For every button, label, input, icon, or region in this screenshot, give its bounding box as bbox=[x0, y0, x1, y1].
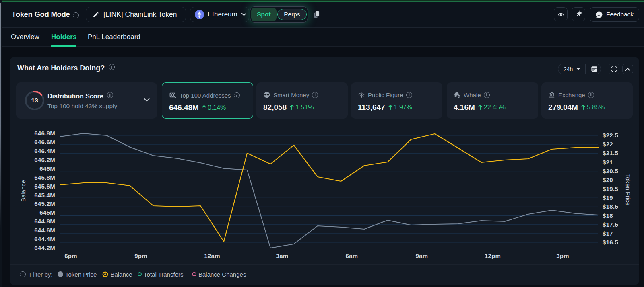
svg-text:$17: $17 bbox=[603, 230, 613, 237]
svg-text:Balance: Balance bbox=[20, 180, 27, 202]
svg-text:646M: 646M bbox=[39, 165, 55, 172]
svg-text:$19.5: $19.5 bbox=[603, 185, 618, 192]
svg-text:6am: 6am bbox=[346, 252, 358, 259]
svg-text:3pm: 3pm bbox=[556, 252, 569, 259]
svg-text:$20: $20 bbox=[603, 176, 613, 183]
svg-text:Token Price: Token Price bbox=[625, 174, 632, 205]
svg-text:9am: 9am bbox=[416, 252, 428, 259]
svg-text:$16.5: $16.5 bbox=[603, 239, 618, 246]
svg-text:644.2M: 644.2M bbox=[34, 244, 55, 251]
svg-text:3am: 3am bbox=[276, 252, 289, 259]
svg-text:645.8M: 645.8M bbox=[34, 174, 55, 181]
svg-text:$18.5: $18.5 bbox=[603, 203, 618, 210]
svg-text:12pm: 12pm bbox=[485, 252, 501, 259]
svg-text:645.6M: 645.6M bbox=[34, 183, 55, 190]
svg-text:12am: 12am bbox=[204, 252, 220, 259]
svg-text:644.4M: 644.4M bbox=[34, 236, 55, 242]
svg-text:645M: 645M bbox=[39, 209, 55, 216]
svg-text:646.4M: 646.4M bbox=[34, 148, 55, 154]
svg-text:$22: $22 bbox=[603, 141, 613, 148]
svg-text:645.2M: 645.2M bbox=[34, 200, 55, 207]
svg-text:644.8M: 644.8M bbox=[34, 218, 55, 225]
svg-text:9pm: 9pm bbox=[134, 252, 147, 259]
svg-text:6pm: 6pm bbox=[64, 252, 77, 259]
svg-text:$21: $21 bbox=[603, 159, 613, 166]
svg-text:646.8M: 646.8M bbox=[34, 130, 55, 137]
svg-text:644.6M: 644.6M bbox=[34, 227, 55, 234]
svg-text:$18: $18 bbox=[603, 212, 613, 219]
svg-text:646.2M: 646.2M bbox=[34, 156, 55, 163]
svg-text:645.4M: 645.4M bbox=[34, 192, 55, 199]
svg-text:$17.5: $17.5 bbox=[603, 221, 618, 228]
svg-text:$19: $19 bbox=[603, 194, 613, 201]
svg-text:$21.5: $21.5 bbox=[603, 150, 618, 156]
svg-text:$20.5: $20.5 bbox=[603, 168, 618, 174]
svg-text:$22.5: $22.5 bbox=[603, 132, 618, 139]
svg-text:646.6M: 646.6M bbox=[34, 139, 55, 146]
